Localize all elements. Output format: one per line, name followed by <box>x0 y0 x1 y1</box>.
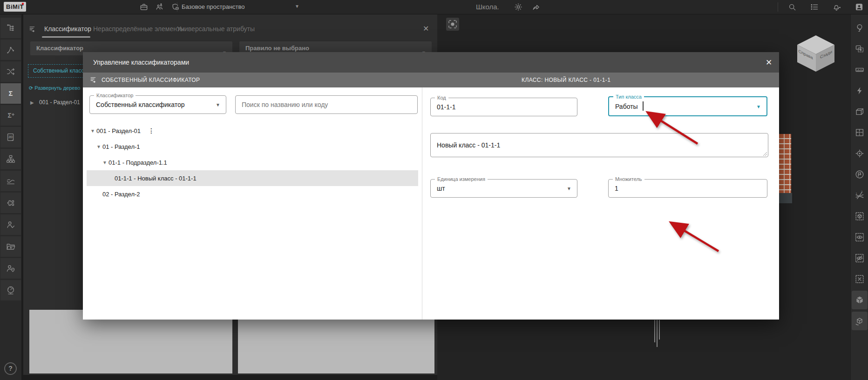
tool-trend-chart[interactable] <box>0 171 21 191</box>
class-type-select[interactable]: Тип класса Работы ▼ <box>608 96 767 116</box>
tool-user-location[interactable] <box>0 258 21 279</box>
tab-unassigned-elements[interactable]: Нераспределённые элементы <box>93 25 184 33</box>
help-button[interactable]: ? <box>4 362 17 375</box>
class-type-label: Тип класса <box>613 94 644 100</box>
view-area-select[interactable] <box>852 40 868 58</box>
brick-column-base <box>778 193 792 203</box>
tree-row[interactable]: ▼01-1 - Подраздел-1.1 <box>87 154 418 170</box>
view-ruler[interactable] <box>852 60 868 79</box>
tool-plugins[interactable] <box>0 193 21 213</box>
topbar-separator-right <box>778 2 778 12</box>
list-icon[interactable] <box>808 1 821 13</box>
view-section-flash[interactable] <box>852 81 868 100</box>
class-type-caret-icon: ▼ <box>756 104 761 109</box>
expand-tree-link[interactable]: ⟳ Развернуть дерево <box>29 85 83 91</box>
focus-selection-icon[interactable] <box>446 18 459 31</box>
dialog-subheader: СОБСТВЕННЫЙ КЛАССИФИКАТОР КЛАСС: НОВЫЙ К… <box>83 73 779 87</box>
classifier-select[interactable]: Классификатор Собственный классификатор … <box>89 95 226 114</box>
account-icon[interactable] <box>853 1 865 13</box>
app-logo[interactable]: BiMiT <box>4 2 26 12</box>
classifier-management-dialog: Управление классификаторами ✕ СОБСТВЕННЫ… <box>83 52 779 320</box>
panel-menu-icon[interactable] <box>28 25 37 33</box>
tool-gauge[interactable] <box>0 280 21 300</box>
view-orbit-tree[interactable] <box>852 19 868 37</box>
unit-select[interactable]: Единица измерения шт ▼ <box>430 179 577 198</box>
search-input[interactable]: Поиск по названию или коду <box>235 95 418 114</box>
workspace-selector[interactable]: Базовое пространство <box>182 3 245 10</box>
dialog-title: Управление классификаторами <box>93 59 189 66</box>
view-cube-solid[interactable] <box>852 291 868 309</box>
tree-collapsed-caret-icon: ▶ <box>30 100 34 105</box>
tab-classifier[interactable]: Классификатор <box>44 25 91 33</box>
classifier-menu-icon[interactable] <box>89 75 98 84</box>
dialog-close-icon[interactable]: ✕ <box>766 58 772 67</box>
resize-handle[interactable] <box>762 151 767 156</box>
view-clear-selection[interactable] <box>852 270 868 288</box>
view-3d-box[interactable] <box>852 102 868 121</box>
tool-geometry-point[interactable] <box>0 40 21 60</box>
tree-caret-icon[interactable]: ▼ <box>96 144 102 149</box>
description-textarea[interactable]: Новый класс - 01-1-1 <box>430 133 768 157</box>
tree-row-selected[interactable]: 01-1-1 - Новый класс - 01-1-1 <box>87 170 418 186</box>
multiplier-value: 1 <box>615 185 618 192</box>
view-section-axes[interactable]: 12 <box>852 186 868 205</box>
panel-close-icon[interactable]: ✕ <box>423 24 429 33</box>
background-tree-root[interactable]: ▶ 001 - Раздел-01 <box>30 99 80 106</box>
text-cursor <box>643 101 644 111</box>
tool-sum-add[interactable]: Σ <box>0 105 21 126</box>
refresh-icon: ⟳ <box>29 85 33 91</box>
view-floor-plan[interactable] <box>852 123 868 142</box>
tab-universal-attributes[interactable]: Универсальные атрибуты <box>177 25 255 33</box>
tool-classifier-tree[interactable] <box>0 18 21 38</box>
workspace-caret-icon[interactable]: ▼ <box>295 4 299 9</box>
view-cube-section[interactable] <box>852 312 868 330</box>
class-type-value: Работы <box>615 103 638 110</box>
svg-text:2D: 2D <box>8 135 13 139</box>
svg-text:1: 1 <box>856 192 857 195</box>
multiplier-field[interactable]: Множитель 1 <box>608 179 767 198</box>
tool-sum-active[interactable]: Σ <box>0 83 21 104</box>
description-value: Новый класс - 01-1-1 <box>437 141 500 149</box>
team-icon[interactable] <box>154 1 166 13</box>
share-icon[interactable] <box>530 1 542 13</box>
tree-row[interactable]: 02 - Раздел-2 <box>87 186 418 202</box>
notifications-icon[interactable] <box>831 1 843 13</box>
tree-row-menu-icon[interactable]: ⋮ <box>148 127 155 134</box>
tool-folder-share[interactable] <box>0 236 21 257</box>
tree-row-label: 02 - Раздел-2 <box>102 191 140 198</box>
tree-caret-icon[interactable]: ▼ <box>102 160 108 165</box>
left-toolbar: ΣΣ2D <box>0 14 21 380</box>
background-tree-root-label: 001 - Раздел-01 <box>39 99 80 106</box>
tree-caret-icon[interactable]: ▼ <box>90 128 96 133</box>
selected-classifier-chip[interactable]: Собственный классификатор <box>28 64 88 78</box>
view-flag[interactable] <box>852 165 868 184</box>
dialog-titlebar: Управление классификаторами <box>83 52 779 73</box>
code-field[interactable]: Код 01-1-1 <box>430 98 577 116</box>
tool-hierarchy[interactable] <box>0 149 21 169</box>
view-show-elements[interactable] <box>852 228 868 247</box>
dialog-pane-divider <box>422 87 422 320</box>
logo-red-dot <box>22 3 24 5</box>
tool-shuffle[interactable] <box>0 61 21 82</box>
tool-2d-view[interactable]: 2D <box>0 127 21 147</box>
tree-row-label: 01 - Раздел-1 <box>102 143 140 150</box>
subheader-class-name: КЛАСС: НОВЫЙ КЛАСС - 01-1-1 <box>522 77 610 83</box>
svg-text:2: 2 <box>861 190 862 193</box>
search-placeholder: Поиск по названию или коду <box>242 101 328 108</box>
right-toolbar: 12 <box>850 14 868 380</box>
view-hide-elements[interactable] <box>852 249 868 267</box>
tool-user-check[interactable] <box>0 214 21 235</box>
tree-row-label: 01-1-1 - Новый класс - 01-1-1 <box>115 175 197 182</box>
navigation-cube[interactable]: Справа Сзади <box>797 35 834 72</box>
tree-row[interactable]: ▼001 - Раздел-01⋮ <box>87 123 418 139</box>
settings-gear-icon[interactable] <box>512 1 524 13</box>
model-fragment <box>654 320 662 348</box>
briefcase-icon[interactable] <box>138 1 150 13</box>
view-isolate-box[interactable] <box>852 207 868 226</box>
shield-status-icon[interactable] <box>170 1 182 13</box>
search-icon[interactable] <box>786 1 798 13</box>
svg-text:Σ: Σ <box>8 112 12 119</box>
rule-filter-label: Правило не выбрано <box>245 45 309 52</box>
tree-row[interactable]: ▼01 - Раздел-1 <box>87 139 418 154</box>
view-locate[interactable] <box>852 144 868 163</box>
